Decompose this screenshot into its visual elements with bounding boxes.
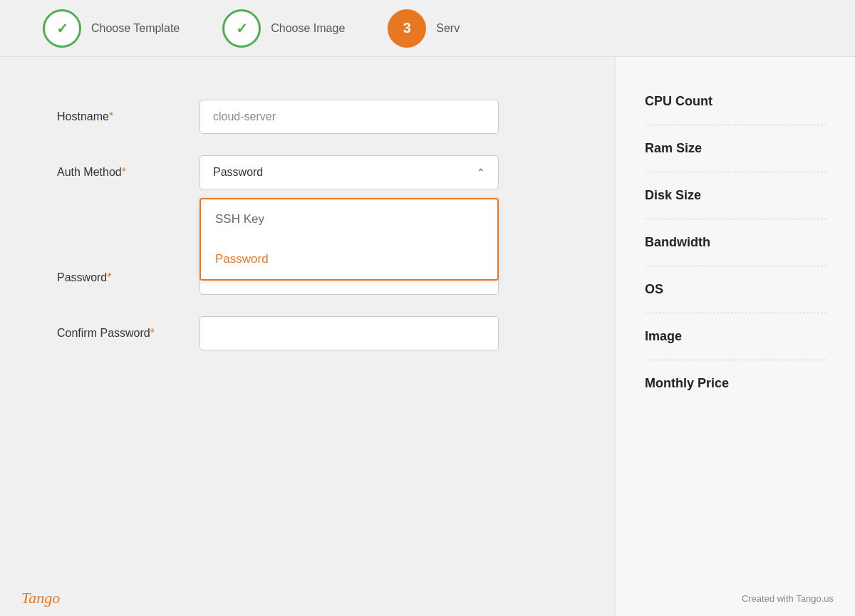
image-label: Image (645, 329, 682, 343)
footer-credit: Created with Tango.us (742, 593, 834, 604)
password-label: Password* (57, 271, 200, 284)
step-label-image: Choose Image (271, 22, 345, 35)
dropdown-option-ssh-key[interactable]: SSH Key (201, 199, 497, 239)
main-content: Hostname* Auth Method* Password ⌃ SSH Ke… (0, 57, 855, 616)
monthly-price-label: Monthly Price (645, 376, 729, 390)
wizard-step-server[interactable]: 3 Serv (388, 9, 460, 48)
tango-logo: Tango (21, 589, 60, 607)
sidebar-item-disk-size: Disk Size (645, 172, 826, 219)
password-required: * (107, 271, 111, 283)
hostname-label: Hostname* (57, 110, 200, 123)
auth-method-value: Password (213, 166, 263, 179)
sidebar: CPU Count Ram Size Disk Size Bandwidth O… (616, 57, 855, 616)
form-area: Hostname* Auth Method* Password ⌃ SSH Ke… (0, 57, 616, 616)
sidebar-item-cpu-count: CPU Count (645, 78, 826, 125)
ram-size-label: Ram Size (645, 141, 702, 155)
sidebar-item-monthly-price: Monthly Price (645, 360, 826, 407)
bandwidth-label: Bandwidth (645, 235, 710, 249)
confirm-password-input[interactable] (200, 316, 499, 350)
auth-method-label: Auth Method* (57, 166, 200, 179)
step-circle-image: ✓ (222, 9, 261, 48)
os-label: OS (645, 282, 663, 296)
auth-required: * (122, 166, 126, 178)
hostname-row: Hostname* (57, 100, 559, 134)
dropdown-option-password[interactable]: Password (201, 239, 497, 279)
auth-method-row: Auth Method* Password ⌃ SSH Key Password (57, 155, 559, 189)
step-label-server: Serv (436, 22, 460, 35)
confirm-password-label: Confirm Password* (57, 327, 200, 340)
hostname-required: * (109, 110, 113, 122)
wizard-step-template[interactable]: ✓ Choose Template (43, 9, 180, 48)
confirm-password-row: Confirm Password* (57, 316, 559, 350)
wizard-bar: ✓ Choose Template ✓ Choose Image 3 Serv (0, 0, 855, 57)
sidebar-item-bandwidth: Bandwidth (645, 219, 826, 266)
confirm-password-required: * (150, 327, 155, 339)
disk-size-label: Disk Size (645, 188, 701, 202)
step-circle-server: 3 (388, 9, 426, 48)
chevron-up-icon: ⌃ (477, 167, 485, 178)
step-circle-template: ✓ (43, 9, 81, 48)
sidebar-item-ram-size: Ram Size (645, 125, 826, 172)
hostname-input[interactable] (200, 100, 499, 134)
sidebar-item-os: OS (645, 266, 826, 313)
cpu-count-label: CPU Count (645, 94, 712, 108)
auth-method-dropdown-menu: SSH Key Password (200, 198, 499, 281)
footer: Tango Created with Tango.us (21, 589, 834, 607)
wizard-step-image[interactable]: ✓ Choose Image (222, 9, 345, 48)
auth-method-dropdown-trigger[interactable]: Password ⌃ (200, 155, 499, 189)
sidebar-item-image: Image (645, 313, 826, 360)
step-label-template: Choose Template (91, 22, 180, 35)
